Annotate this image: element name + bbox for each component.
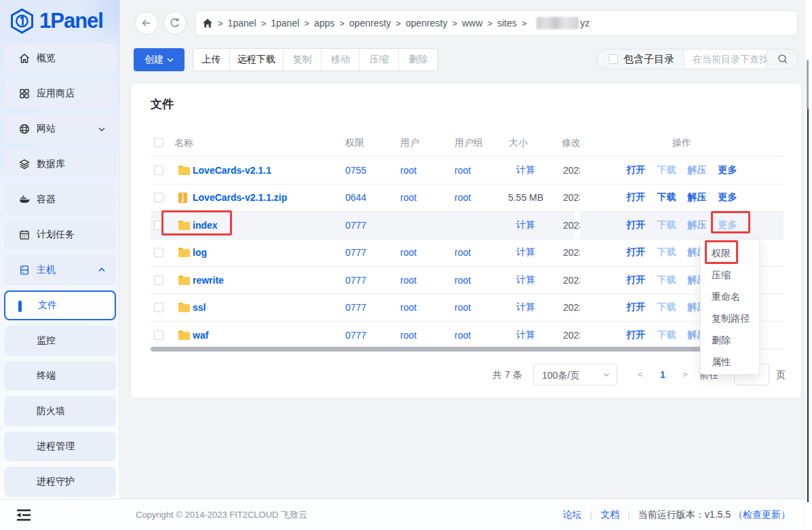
- upload-button[interactable]: 上传: [193, 49, 230, 71]
- collapse-sidebar-icon[interactable]: [15, 507, 33, 523]
- file-name-link[interactable]: LoveCards-v2.1.1.zip: [193, 185, 287, 212]
- file-permission-link[interactable]: 0777: [345, 240, 366, 267]
- horizontal-scrollbar[interactable]: [151, 347, 719, 352]
- row-checkbox[interactable]: [154, 330, 163, 340]
- download-action[interactable]: 下载: [657, 301, 676, 314]
- menu-item-compress[interactable]: 压缩: [701, 264, 759, 286]
- file-name-link[interactable]: rewrite: [193, 267, 224, 294]
- sidebar-item-process-guard[interactable]: 进程守护: [4, 467, 116, 497]
- menu-item-copy-path[interactable]: 复制路径: [701, 307, 759, 329]
- prev-page-button[interactable]: <: [634, 364, 647, 385]
- unzip-action[interactable]: 解压: [688, 164, 707, 176]
- download-action[interactable]: 下载: [657, 191, 676, 204]
- file-group-link[interactable]: root: [455, 322, 471, 349]
- search-input[interactable]: [684, 50, 767, 69]
- sidebar-item-database[interactable]: 数据库: [4, 149, 116, 179]
- include-subdir-checkbox[interactable]: [608, 54, 618, 64]
- file-name-link[interactable]: log: [193, 240, 207, 267]
- row-checkbox[interactable]: [154, 276, 163, 285]
- file-permission-link[interactable]: 0777: [345, 322, 366, 349]
- file-group-link[interactable]: root: [455, 240, 471, 267]
- breadcrumb-item[interactable]: yz: [580, 18, 589, 29]
- sidebar-item-process-manage[interactable]: 进程管理: [4, 432, 116, 461]
- file-user-link[interactable]: root: [400, 240, 417, 267]
- sidebar-item-files[interactable]: 文件: [4, 290, 116, 320]
- file-size-calc-link[interactable]: 计算: [504, 267, 547, 294]
- compress-button[interactable]: 压缩: [360, 49, 399, 71]
- file-permission-link[interactable]: 0644: [345, 185, 366, 212]
- open-action[interactable]: 打开: [627, 164, 646, 176]
- row-checkbox[interactable]: [154, 193, 163, 202]
- select-all-checkbox[interactable]: [154, 138, 163, 147]
- open-action[interactable]: 打开: [627, 301, 646, 314]
- file-size-calc-link[interactable]: 计算: [504, 240, 547, 267]
- download-action[interactable]: 下载: [657, 246, 676, 259]
- sidebar-item-monitor[interactable]: 监控: [4, 326, 116, 356]
- file-size-calc-link[interactable]: 计算: [504, 157, 547, 184]
- page-size-select[interactable]: 100条/页: [533, 364, 617, 385]
- download-action[interactable]: 下载: [657, 164, 676, 176]
- file-user-link[interactable]: root: [400, 295, 417, 322]
- download-action[interactable]: 下载: [657, 274, 676, 286]
- remote-download-button[interactable]: 远程下载: [230, 49, 284, 71]
- file-name-link[interactable]: waf: [193, 322, 208, 349]
- row-checkbox[interactable]: [154, 303, 163, 312]
- check-update-link[interactable]: （检查更新）: [733, 509, 790, 521]
- breadcrumb-item[interactable]: openresty: [406, 18, 447, 29]
- file-permission-link[interactable]: 0777: [345, 267, 366, 294]
- create-button[interactable]: 创建: [134, 48, 185, 71]
- download-action[interactable]: 下载: [657, 329, 676, 341]
- file-group-link[interactable]: root: [455, 157, 471, 184]
- file-permission-link[interactable]: 0755: [345, 157, 366, 184]
- more-action[interactable]: 更多: [718, 164, 737, 176]
- file-permission-link[interactable]: 0777: [345, 212, 366, 239]
- file-user-link[interactable]: root: [400, 157, 417, 184]
- scrollbar-thumb[interactable]: [807, 60, 809, 109]
- back-button[interactable]: [135, 12, 158, 35]
- copy-button[interactable]: 复制: [284, 49, 322, 71]
- menu-item-properties[interactable]: 属性: [701, 351, 759, 373]
- open-action[interactable]: 打开: [627, 191, 646, 204]
- file-name-link[interactable]: ssl: [193, 295, 206, 322]
- breadcrumb-item[interactable]: openresty: [349, 18, 391, 29]
- sidebar-item-terminal[interactable]: 终端: [4, 361, 116, 391]
- file-size-calc-link[interactable]: 计算: [504, 212, 547, 239]
- unzip-action[interactable]: 解压: [688, 191, 707, 204]
- file-name-link[interactable]: LoveCards-v2.1.1: [193, 157, 271, 184]
- docs-link[interactable]: 文档: [600, 509, 619, 521]
- open-action[interactable]: 打开: [627, 274, 646, 286]
- sidebar-item-firewall[interactable]: 防火墙: [4, 396, 116, 426]
- search-button[interactable]: [767, 50, 798, 69]
- file-size-calc-link[interactable]: 计算: [504, 295, 547, 322]
- row-checkbox[interactable]: [154, 248, 163, 257]
- next-page-button[interactable]: >: [678, 364, 692, 385]
- file-user-link[interactable]: root: [400, 322, 417, 349]
- current-page[interactable]: 1: [657, 364, 668, 385]
- sidebar-item-cronjob[interactable]: 计划任务: [4, 220, 116, 250]
- file-user-link[interactable]: root: [400, 185, 417, 212]
- sidebar-item-appstore[interactable]: 应用商店: [4, 79, 116, 109]
- move-button[interactable]: 移动: [322, 49, 360, 71]
- include-subdir-option[interactable]: 包含子目录: [597, 50, 684, 69]
- breadcrumb-item[interactable]: 1panel: [271, 18, 299, 29]
- open-action[interactable]: 打开: [627, 246, 646, 259]
- sidebar-item-host[interactable]: 主机: [4, 255, 116, 285]
- row-checkbox[interactable]: [154, 166, 163, 175]
- download-action[interactable]: 下载: [657, 219, 676, 231]
- file-group-link[interactable]: root: [455, 185, 471, 212]
- refresh-button[interactable]: [163, 12, 187, 35]
- forum-link[interactable]: 论坛: [563, 509, 582, 521]
- breadcrumb-item[interactable]: www: [462, 18, 482, 29]
- sidebar-item-overview[interactable]: 概览: [4, 43, 116, 73]
- sidebar-item-website[interactable]: 网站: [4, 114, 116, 144]
- breadcrumb-item[interactable]: apps: [314, 18, 334, 29]
- page-scrollbar[interactable]: [806, 0, 812, 530]
- file-user-link[interactable]: root: [400, 267, 417, 294]
- menu-item-rename[interactable]: 重命名: [701, 286, 759, 307]
- more-action[interactable]: 更多: [718, 191, 737, 204]
- breadcrumb-item[interactable]: sites: [497, 18, 517, 29]
- unzip-action[interactable]: 解压: [688, 219, 707, 231]
- file-size-calc-link[interactable]: 计算: [504, 322, 547, 349]
- logo[interactable]: 1Panel: [9, 7, 103, 35]
- breadcrumb-item[interactable]: 1panel: [228, 18, 256, 29]
